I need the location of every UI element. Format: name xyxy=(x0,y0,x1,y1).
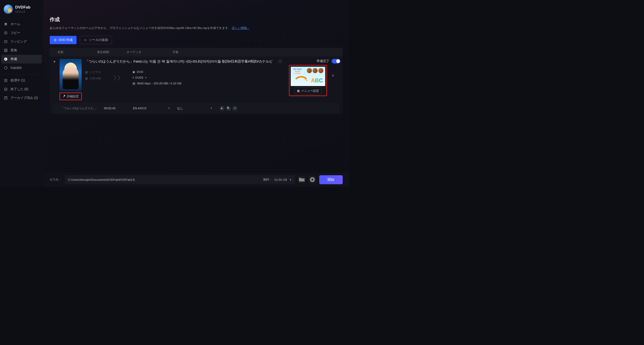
sidebar-item-label: ホーム xyxy=(10,22,20,26)
sidebar-item-processing[interactable]: 処理中 (1) xyxy=(0,76,43,85)
detail-actions: ▶ 🔍 ✕ xyxy=(220,106,237,111)
play-button[interactable]: ▶ xyxy=(220,106,224,111)
source-size: 3.55 MB xyxy=(90,76,101,80)
app-name: DVDFab xyxy=(15,5,30,10)
advanced-settings-button[interactable]: 詳細設定 xyxy=(59,92,82,100)
expand-toggle[interactable]: ▼ xyxy=(53,59,56,64)
caret-down-icon: ▼ xyxy=(145,76,147,79)
item-details: 「つらいのはうんざりだから」Fate(나는 아픔 건 딱 질색이니까) -(G)… xyxy=(85,59,286,85)
sidebar-item-archived[interactable]: アーカイブ済み (2) xyxy=(0,94,43,102)
caret-down-icon: ▼ xyxy=(210,107,212,110)
video-count: 1 ビデオ xyxy=(90,70,101,74)
sidebar-item-label: コピー xyxy=(10,31,20,35)
bitrate-line: 9000 kbps - 203.00 MB / 4.20 GB xyxy=(137,82,182,85)
create-icon xyxy=(4,57,8,61)
button-label: DVD 作成 xyxy=(59,38,73,42)
disc-format: DVD5 xyxy=(135,76,143,79)
menu-settings-button[interactable]: ▦ メニュー設定 xyxy=(294,88,322,94)
sidebar-item-label: アーカイブ済み (2) xyxy=(10,96,38,100)
abc-graphic: ABC xyxy=(311,77,323,84)
content: 名前 再生時間 オーディオ 字幕 ▼ 詳細設定 「つらいのはうんざりだから」Fa… xyxy=(43,46,349,173)
ready-toggle[interactable] xyxy=(332,59,340,64)
add-source-button[interactable]: ソースの追加 xyxy=(80,36,112,44)
item-stats: ▦1 ビデオ ▦3.55 MB ❯❯ ◉DVD ◊DVD5▼ ▤9000 kbp… xyxy=(85,70,286,85)
sidebar-item-label: 作成 xyxy=(10,57,17,61)
free-space: 52.90 GB xyxy=(274,178,287,182)
free-label: 無料： xyxy=(263,178,272,182)
button-label: 詳細設定 xyxy=(67,94,79,98)
more-info-link[interactable]: 詳しい情報... xyxy=(232,26,249,30)
sidebar-item-label: 処理中 (1) xyxy=(10,78,25,82)
item-title: 「つらいのはうんざりだから」Fate(나는 아픔 건 딱 질색이니까) -(G)… xyxy=(85,59,286,64)
sidebar-item-convert[interactable]: 変換 xyxy=(0,46,43,55)
disc-type: DVD xyxy=(137,70,143,74)
processing-icon xyxy=(4,78,8,82)
output-path: C:\Users\linruqin\Documents\DVDFab\DVDFa… xyxy=(68,178,135,182)
sidebar-item-home[interactable]: ホーム xyxy=(0,20,43,28)
stats-output: ◉DVD ◊DVD5▼ ▤9000 kbps - 203.00 MB / 4.2… xyxy=(132,70,182,85)
disc-format-select[interactable]: ◊DVD5▼ xyxy=(132,76,182,79)
sidebar-item-copy[interactable]: コピー xyxy=(0,28,43,37)
menu-preview[interactable]: MY DVD PLAY SCENES ABC xyxy=(291,67,325,86)
remove-item-button[interactable]: ✕ xyxy=(331,73,335,78)
fab365-icon xyxy=(4,66,8,70)
app-version: 13.0.1.5 xyxy=(15,10,30,13)
dvd-create-button[interactable]: DVD 作成 xyxy=(50,36,76,44)
browse-folder-button[interactable] xyxy=(298,176,306,183)
col-name: 名前 xyxy=(58,50,97,54)
item-card: ▼ 詳細設定 「つらいのはうんざりだから」Fate(나는 아픔 건 딱 질색이니… xyxy=(50,56,343,114)
disc-icon: ◉ xyxy=(132,70,135,74)
sidebar-item-create[interactable]: 作成 xyxy=(2,55,42,64)
size-icon: ▦ xyxy=(85,76,88,80)
output-label: 出力先： xyxy=(50,178,62,182)
button-label: ソースの追加 xyxy=(89,38,108,42)
nav: ホーム コピー リッピング 変換 作成 Fab365 処理中 (1) xyxy=(0,20,43,102)
detail-duration: 00:02:42 xyxy=(104,106,128,110)
start-button[interactable]: 開始 xyxy=(319,175,343,184)
list-header: 名前 再生時間 オーディオ 字幕 xyxy=(50,48,343,56)
audio-select[interactable]: EN AAC/2 ▼ xyxy=(133,106,172,110)
col-duration: 再生時間 xyxy=(97,50,126,54)
arrow-icon: ❯❯ xyxy=(113,74,121,80)
sidebar-item-label: リッピング xyxy=(10,40,27,44)
svg-rect-4 xyxy=(4,49,7,52)
delete-button[interactable]: ✕ xyxy=(232,106,237,111)
caret-down-icon: ▼ xyxy=(168,107,170,110)
plus-icon xyxy=(84,38,87,42)
sidebar-item-ripping[interactable]: リッピング xyxy=(0,37,43,46)
svg-point-2 xyxy=(6,33,6,33)
sidebar-item-fab365[interactable]: Fab365 xyxy=(0,64,43,72)
menu-icon: ▦ xyxy=(297,89,300,92)
sidebar-item-label: 終了した (0) xyxy=(10,87,28,91)
main: 作成 あらゆるフォーマットのホームビデオから、プロフェッショナルなメニュー付き自… xyxy=(43,0,349,187)
info-icon[interactable]: ⓘ xyxy=(278,59,282,64)
copy-icon xyxy=(4,31,8,35)
ready-label: 準備完了 xyxy=(316,59,329,63)
svg-point-12 xyxy=(55,40,56,40)
col-subtitle: 字幕 xyxy=(172,50,209,54)
sidebar-item-finished[interactable]: 終了した (0) xyxy=(0,85,43,94)
page-header: 作成 あらゆるフォーマットのホームビデオから、プロフェッショナルなメニュー付き自… xyxy=(43,0,349,33)
disc-icon xyxy=(54,38,57,42)
convert-icon xyxy=(4,48,8,52)
svg-rect-9 xyxy=(4,88,7,90)
page-description: あらゆるフォーマットのホームビデオから、プロフェッショナルなメニュー付き自作DV… xyxy=(50,26,343,30)
archived-icon xyxy=(4,96,8,100)
thumbnail-column: 詳細設定 xyxy=(59,59,82,100)
app-logo xyxy=(4,4,13,14)
menu-preview-photos xyxy=(307,68,324,73)
video-count-icon: ▦ xyxy=(85,70,88,74)
preview-button[interactable]: 🔍 xyxy=(226,106,231,111)
sidebar: DVDFab 13.0.1.5 ホーム コピー リッピング 変換 作成 Fab3… xyxy=(0,0,43,187)
finished-icon xyxy=(4,87,8,91)
video-thumbnail[interactable] xyxy=(60,59,82,91)
subtitle-select[interactable]: なし ▼ xyxy=(177,106,215,110)
svg-point-14 xyxy=(312,179,313,180)
disc-small-icon: ◊ xyxy=(132,76,134,79)
svg-point-1 xyxy=(4,32,7,34)
caret-down-icon[interactable]: ▼ xyxy=(289,178,292,181)
output-path-field[interactable]: C:\Users\linruqin\Documents\DVDFab\DVDFa… xyxy=(65,175,295,184)
brand: DVDFab 13.0.1.5 xyxy=(0,4,43,18)
footer: 出力先： C:\Users\linruqin\Documents\DVDFab\… xyxy=(43,172,349,187)
iso-button[interactable] xyxy=(309,176,316,183)
